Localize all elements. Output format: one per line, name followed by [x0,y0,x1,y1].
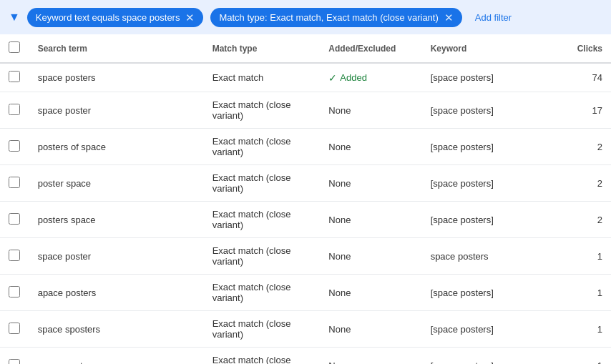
row-match-type: Exact match [204,63,321,92]
row-checkbox[interactable] [9,213,20,225]
row-clicks: 2 [538,202,611,238]
row-clicks: 1 [538,348,611,365]
row-match-type: Exact match (close variant) [204,348,321,365]
header-match-type: Match type [204,34,321,63]
row-match-type: Exact match (close variant) [204,129,321,165]
row-checkbox[interactable] [9,177,20,188]
filter-chip-match-type-close[interactable]: ✕ [444,12,454,23]
header-keyword: Keyword [422,34,539,63]
added-status: ✓Added [328,72,413,84]
table-header-row: Search term Match type Added/Excluded Ke… [0,34,611,63]
row-keyword: [space posters] [422,129,539,165]
row-keyword: [space posters] [422,202,539,238]
row-search-term: posters space [29,202,204,238]
row-checkbox[interactable] [9,104,20,115]
filter-chip-keyword-close[interactable]: ✕ [185,12,195,23]
filter-chip-keyword-label: Keyword text equals space posters [36,12,180,23]
row-checkbox[interactable] [9,359,20,365]
filter-chip-match-type-label: Match type: Exact match, Exact match (cl… [219,12,438,23]
header-checkbox-col [0,34,29,63]
row-search-term: spcae poster [29,348,204,365]
row-checkbox[interactable] [9,286,20,297]
row-clicks: 2 [538,129,611,165]
row-added-excluded: None [320,311,421,348]
row-checkbox-cell [0,348,29,365]
table-row: space postersExact match✓Added[space pos… [0,63,611,92]
row-clicks: 1 [538,238,611,275]
row-checkbox-cell [0,311,29,348]
row-search-term: space poster [29,92,204,129]
table-row: spcae posterExact match (close variant)N… [0,348,611,365]
row-clicks: 74 [538,63,611,92]
row-search-term: posters of space [29,129,204,165]
table-row: space posterExact match (close variant)N… [0,92,611,129]
filter-bar: ▼ Keyword text equals space posters ✕ Ma… [0,0,611,34]
header-search-term: Search term [29,34,204,63]
row-checkbox[interactable] [9,250,20,261]
row-match-type: Exact match (close variant) [204,238,321,275]
row-search-term: space posters [29,63,204,92]
row-keyword: [space posters] [422,275,539,311]
row-clicks: 1 [538,275,611,311]
table-row: space spostersExact match (close variant… [0,311,611,348]
row-keyword: [space posters] [422,92,539,129]
row-search-term: poster space [29,165,204,202]
row-keyword: [space posters] [422,311,539,348]
row-checkbox-cell [0,238,29,275]
row-checkbox[interactable] [9,71,20,82]
row-added-excluded: ✓Added [320,63,421,92]
row-search-term: apace posters [29,275,204,311]
row-match-type: Exact match (close variant) [204,165,321,202]
add-filter-button[interactable]: Add filter [469,9,517,26]
row-checkbox-cell [0,63,29,92]
row-added-excluded: None [320,202,421,238]
row-match-type: Exact match (close variant) [204,275,321,311]
row-keyword: space posters [422,238,539,275]
row-checkbox-cell [0,165,29,202]
search-terms-table: Search term Match type Added/Excluded Ke… [0,34,611,364]
row-added-excluded: None [320,348,421,365]
row-checkbox-cell [0,202,29,238]
table-row: space posterExact match (close variant)N… [0,238,611,275]
filter-chip-match-type: Match type: Exact match, Exact match (cl… [210,8,461,27]
select-all-checkbox[interactable] [9,41,20,53]
row-keyword: [space posters] [422,63,539,92]
checkmark-icon: ✓ [328,72,337,84]
row-added-excluded: None [320,275,421,311]
row-clicks: 2 [538,165,611,202]
table-row: posters of spaceExact match (close varia… [0,129,611,165]
row-keyword: [space posters] [422,348,539,365]
filter-chip-keyword: Keyword text equals space posters ✕ [27,8,204,27]
row-checkbox-cell [0,92,29,129]
row-clicks: 1 [538,311,611,348]
row-keyword: [space posters] [422,165,539,202]
added-label: Added [340,72,367,83]
header-added-excluded: Added/Excluded [320,34,421,63]
table-row: apace postersExact match (close variant)… [0,275,611,311]
row-checkbox[interactable] [9,140,20,152]
filter-icon: ▼ [9,11,20,24]
row-match-type: Exact match (close variant) [204,311,321,348]
row-added-excluded: None [320,92,421,129]
row-added-excluded: None [320,129,421,165]
row-added-excluded: None [320,238,421,275]
row-added-excluded: None [320,165,421,202]
row-match-type: Exact match (close variant) [204,202,321,238]
row-checkbox-cell [0,129,29,165]
row-match-type: Exact match (close variant) [204,92,321,129]
header-clicks: Clicks [538,34,611,63]
row-search-term: space sposters [29,311,204,348]
row-checkbox[interactable] [9,323,20,334]
row-search-term: space poster [29,238,204,275]
row-clicks: 17 [538,92,611,129]
table-row: posters spaceExact match (close variant)… [0,202,611,238]
row-checkbox-cell [0,275,29,311]
table-row: poster spaceExact match (close variant)N… [0,165,611,202]
